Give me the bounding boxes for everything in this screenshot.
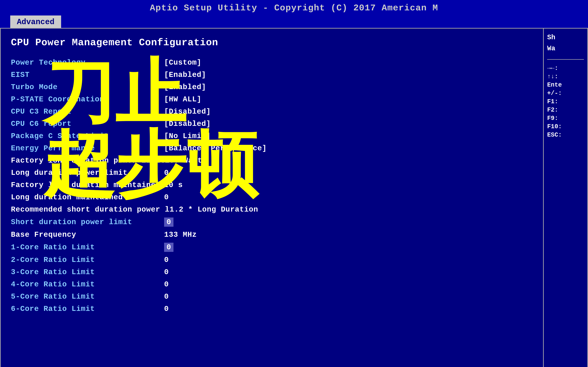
row-label: CPU C3 Report: [11, 107, 164, 116]
settings-row[interactable]: 2-Core Ratio Limit0: [11, 256, 533, 264]
key-hint: Ente: [547, 82, 584, 88]
key-hint: ↑↓:: [547, 73, 584, 80]
row-value: 0: [164, 243, 173, 252]
row-label: Recommended short duration power l: [11, 205, 170, 214]
row-value: [Balanced Performance]: [164, 144, 267, 152]
row-value: 135 Watts: [165, 156, 207, 165]
row-label: CPU C6 report: [11, 120, 164, 128]
row-value: 133 MHz: [164, 230, 197, 239]
sidebar-title-1: Sh: [547, 34, 584, 41]
row-value: [Enabled]: [164, 71, 206, 79]
row-value: [Enabled]: [164, 83, 206, 91]
title-bar: Aptio Setup Utility - Copyright (C) 2017…: [0, 0, 588, 16]
key-hint: F2:: [547, 107, 584, 113]
main-area: CPU Power Management Configuration Power…: [0, 28, 588, 367]
key-hint: ESC:: [547, 132, 584, 138]
sidebar-divider: [547, 59, 584, 60]
key-hint: F1:: [547, 98, 584, 105]
row-label: 1-Core Ratio Limit: [11, 243, 164, 251]
row-label: Short duration power limit: [11, 218, 164, 226]
settings-row[interactable]: 4-Core Ratio Limit0: [11, 280, 533, 289]
key-hint: →←:: [547, 65, 584, 72]
row-value: 0: [164, 193, 169, 201]
right-sidebar: Sh Wa →←:↑↓:Ente+/-:F1:F2:F9:F10:ESC:: [544, 28, 588, 367]
settings-row[interactable]: Long duration power limit0: [11, 168, 533, 177]
row-value: [Disabled]: [164, 107, 211, 116]
row-value: [Disabled]: [164, 120, 211, 128]
row-label: 3-Core Ratio Limit: [11, 268, 164, 276]
settings-row[interactable]: Long duration maintained0: [11, 193, 533, 201]
page-title: CPU Power Management Configuration: [11, 37, 533, 48]
settings-row[interactable]: Energy Performance[Balanced Performance]: [11, 144, 533, 152]
settings-row[interactable]: Recommended short duration power l1.2 * …: [11, 205, 533, 214]
row-value: [HW ALL]: [164, 95, 201, 104]
key-hints-list: →←:↑↓:Ente+/-:F1:F2:F9:F10:ESC:: [547, 65, 584, 140]
row-value: 0: [164, 305, 169, 313]
settings-row[interactable]: 6-Core Ratio Limit0: [11, 305, 533, 313]
settings-row[interactable]: Factory long duration power limit135 Wat…: [11, 156, 533, 165]
row-label: Base Frequency: [11, 230, 164, 239]
row-label: 5-Core Ratio Limit: [11, 292, 164, 301]
row-value: 0: [164, 217, 173, 227]
tab-row: Advanced: [0, 16, 588, 28]
row-label: P-STATE Coordination: [11, 95, 164, 104]
sidebar-title-2: Wa: [547, 45, 584, 52]
row-label: EIST: [11, 71, 164, 79]
settings-row[interactable]: P-STATE Coordination[HW ALL]: [11, 95, 533, 104]
row-label: Factory long duration power limit: [11, 156, 165, 165]
row-value: 0: [164, 292, 169, 301]
row-label: Factory long duration maintained: [11, 181, 164, 189]
content-panel: CPU Power Management Configuration Power…: [0, 28, 544, 367]
row-label: Power Technology: [11, 58, 164, 67]
row-value: 0: [164, 168, 169, 177]
row-label: Long duration power limit: [11, 168, 164, 177]
row-label: Package C State Limit: [11, 132, 164, 140]
row-value: 0: [164, 268, 169, 276]
settings-row[interactable]: Power Technology[Custom]: [11, 58, 533, 67]
row-value: [Custom]: [164, 58, 201, 67]
row-label: 2-Core Ratio Limit: [11, 256, 164, 264]
row-value: 0: [164, 280, 169, 289]
key-hint: +/-:: [547, 90, 584, 97]
row-label: 6-Core Ratio Limit: [11, 305, 164, 313]
row-value: 1.2 * Long Duration: [170, 205, 258, 214]
row-label: Turbo Mode: [11, 83, 164, 91]
row-value: 10 s: [164, 181, 183, 189]
settings-row[interactable]: 5-Core Ratio Limit0: [11, 292, 533, 301]
settings-row[interactable]: CPU C6 report[Disabled]: [11, 120, 533, 128]
settings-row[interactable]: Package C State Limit[No Limit]: [11, 132, 533, 140]
row-label: Long duration maintained: [11, 193, 164, 201]
row-label: 4-Core Ratio Limit: [11, 280, 164, 289]
settings-row[interactable]: Turbo Mode[Enabled]: [11, 83, 533, 91]
row-value: 0: [164, 256, 169, 264]
settings-row[interactable]: EIST[Enabled]: [11, 71, 533, 79]
key-hint: F10:: [547, 123, 584, 130]
settings-row[interactable]: Short duration power limit0: [11, 217, 533, 227]
settings-row[interactable]: Factory long duration maintained10 s: [11, 181, 533, 189]
tab-advanced[interactable]: Advanced: [10, 16, 61, 28]
row-value: [No Limit]: [164, 132, 211, 140]
settings-row[interactable]: 3-Core Ratio Limit0: [11, 268, 533, 276]
settings-row[interactable]: Base Frequency133 MHz: [11, 230, 533, 239]
settings-row[interactable]: CPU C3 Report[Disabled]: [11, 107, 533, 116]
settings-row[interactable]: 1-Core Ratio Limit0: [11, 243, 533, 252]
settings-list: Power Technology[Custom]EIST[Enabled]Tur…: [11, 58, 533, 313]
key-hint: F9:: [547, 115, 584, 122]
row-label: Energy Performance: [11, 144, 164, 152]
